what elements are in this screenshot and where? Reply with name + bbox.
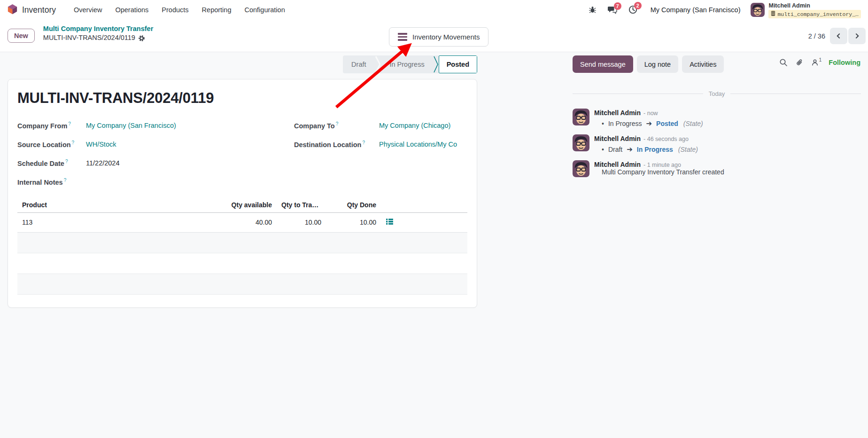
message-body: Multi Company Inventory Transfer created — [594, 168, 724, 176]
avatar — [573, 160, 589, 177]
help-icon: ? — [72, 140, 75, 145]
user-menu[interactable]: Mitchell Admin multi_company_inventory_… — [768, 1, 861, 19]
table-header-row: Product Qty available Qty to Tran… Qty D… — [17, 197, 467, 212]
breadcrumb: Multi Company Inventory Transfer MULTI-I… — [43, 25, 153, 42]
stage-separator — [375, 55, 381, 73]
column-qty-to-transfer[interactable]: Qty to Tran… — [277, 197, 326, 212]
message-time: - 46 seconds ago — [643, 136, 689, 142]
cell-qty-to-transfer[interactable]: 10.00 — [277, 212, 326, 232]
field-company-from: Company From? My Company (San Francisco) — [17, 116, 231, 135]
field-groups: Company From? My Company (San Francisco)… — [17, 116, 467, 191]
chatter-toolbar: 1 Following — [779, 58, 861, 67]
avatar — [573, 109, 589, 125]
messages-count-badge: 7 — [614, 2, 621, 10]
breadcrumb-parent-link[interactable]: Multi Company Inventory Transfer — [43, 25, 153, 33]
form-sheet: MULTI-INV-TRANS/2024/0119 Company From? … — [8, 79, 477, 308]
message-time: - 1 minute ago — [643, 162, 681, 168]
cell-qty-done[interactable]: 10.00 — [326, 212, 381, 232]
attachments-paperclip-icon[interactable] — [795, 58, 804, 67]
pager-value: 2 / 36 — [808, 32, 825, 40]
record-title: MULTI-INV-TRANS/2024/0119 — [17, 90, 467, 107]
stage-posted[interactable]: Posted — [439, 55, 477, 73]
app-name: Inventory — [22, 5, 56, 15]
pager: 2 / 36 — [808, 28, 866, 44]
help-icon: ? — [68, 121, 71, 126]
user-name: Mitchell Admin — [768, 2, 810, 9]
database-pill: multi_company_inventory_… — [768, 10, 861, 18]
help-icon: ? — [65, 159, 68, 164]
pager-previous-button[interactable] — [830, 28, 847, 44]
bug-icon[interactable] — [589, 6, 597, 14]
database-name: multi_company_inventory_… — [777, 11, 859, 17]
cell-product[interactable]: 113 — [17, 212, 215, 232]
send-message-button[interactable]: Send message — [573, 55, 633, 73]
menu-products[interactable]: Products — [157, 3, 193, 16]
inventory-movements-label: Inventory Movements — [412, 33, 480, 41]
column-product[interactable]: Product — [17, 197, 215, 212]
tracking-value: Draft ➔ In Progress (State) — [594, 145, 698, 154]
menu-reporting[interactable]: Reporting — [197, 3, 236, 16]
message-author: Mitchell Admin — [594, 161, 641, 168]
following-toggle[interactable]: Following — [829, 59, 860, 66]
avatar — [573, 134, 589, 151]
chatter-thread: Today Mitchell Admin - now In Progress ➔… — [573, 87, 861, 186]
log-note-button[interactable]: Log note — [637, 55, 678, 73]
stage-draft[interactable]: Draft — [343, 55, 374, 73]
breadcrumb-current: MULTI-INV-TRANS/2024/0119 — [43, 34, 135, 42]
source-location-value[interactable]: WH/Stock — [86, 141, 116, 148]
new-button[interactable]: New — [8, 29, 35, 43]
company-to-value[interactable]: My Company (Chicago) — [379, 122, 450, 129]
chatter-actions: Send message Log note Activities — [573, 55, 724, 73]
arrow-right-icon: ➔ — [646, 119, 652, 128]
table-row[interactable]: 113 40.00 10.00 10.00 — [17, 212, 467, 232]
messages-icon[interactable]: 7 — [608, 6, 617, 14]
control-panel: New Multi Company Inventory Transfer MUL… — [0, 20, 868, 52]
stage-separator-active — [433, 55, 439, 73]
empty-row — [17, 294, 467, 307]
app-switcher[interactable]: Inventory — [7, 4, 56, 16]
help-icon: ? — [64, 178, 67, 183]
pager-next-button[interactable] — [848, 28, 866, 44]
company-switcher[interactable]: My Company (San Francisco) — [651, 6, 741, 14]
help-icon: ? — [336, 121, 339, 126]
content-area: Draft In Progress Posted Send message Lo… — [0, 52, 868, 438]
activities-button[interactable]: Activities — [682, 55, 724, 73]
move-details-icon[interactable] — [386, 219, 394, 227]
chevron-left-icon — [836, 33, 842, 39]
chatter-message: Mitchell Admin - now In Progress ➔ Poste… — [573, 109, 861, 130]
field-destination-location: Destination Location? Physical Locations… — [294, 135, 467, 154]
cell-qty-available[interactable]: 40.00 — [215, 212, 277, 232]
top-navbar: Inventory Overview Operations Products R… — [0, 0, 868, 20]
message-author: Mitchell Admin — [594, 135, 641, 142]
user-avatar[interactable] — [751, 3, 765, 17]
column-qty-available[interactable]: Qty available — [215, 197, 277, 212]
navbar-right: 7 2 My Company (San Francisco) — [577, 1, 861, 19]
status-bar: Draft In Progress Posted — [343, 55, 477, 73]
gear-icon[interactable] — [138, 35, 145, 42]
follower-count: 1 — [819, 57, 822, 63]
empty-row — [17, 232, 467, 253]
menu-operations[interactable]: Operations — [110, 3, 153, 16]
field-schedule-date: Schedule Date? 11/22/2024 — [17, 154, 231, 172]
tracking-value: In Progress ➔ Posted (State) — [594, 119, 703, 128]
inventory-movements-button[interactable]: Inventory Movements — [389, 27, 488, 47]
menu-overview[interactable]: Overview — [69, 3, 107, 16]
stage-in-progress[interactable]: In Progress — [381, 55, 433, 73]
help-icon: ? — [362, 140, 365, 145]
company-from-value[interactable]: My Company (San Francisco) — [86, 122, 176, 129]
activities-count-badge: 2 — [634, 2, 642, 9]
chatter-message: Mitchell Admin - 46 seconds ago Draft ➔ … — [573, 134, 861, 156]
chatter-message: Mitchell Admin - 1 minute ago Multi Comp… — [573, 160, 861, 182]
activities-clock-icon[interactable]: 2 — [628, 5, 637, 14]
field-source-location: Source Location? WH/Stock — [17, 135, 231, 154]
inventory-app-icon — [7, 4, 18, 16]
menu-configuration[interactable]: Configuration — [240, 3, 289, 16]
destination-location-value[interactable]: Physical Locations/My Co — [379, 141, 457, 148]
search-messages-icon[interactable] — [779, 58, 788, 67]
hamburger-icon — [398, 33, 407, 40]
date-divider: Today — [573, 90, 861, 97]
column-qty-done[interactable]: Qty Done — [326, 197, 381, 212]
followers-icon[interactable]: 1 — [811, 59, 822, 66]
breadcrumb-area: New Multi Company Inventory Transfer MUL… — [8, 25, 153, 43]
chevron-right-icon — [854, 33, 860, 39]
